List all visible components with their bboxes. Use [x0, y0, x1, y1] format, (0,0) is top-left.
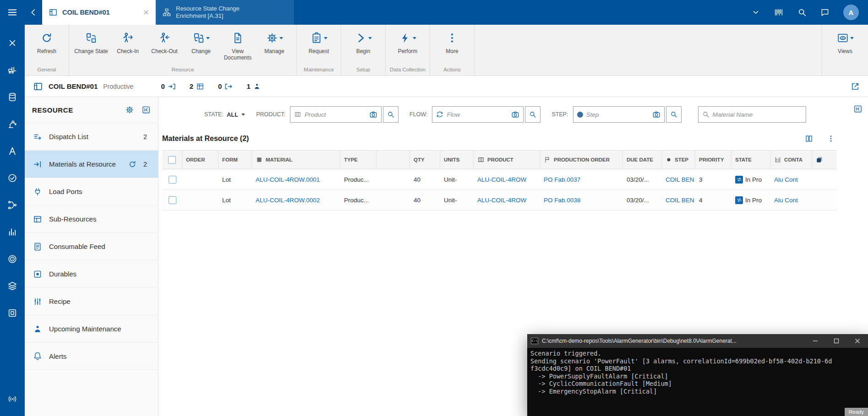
sidebar-item-upcoming-maintenance[interactable]: Upcoming Maintenance	[25, 315, 158, 342]
change-button[interactable]: Change	[183, 25, 219, 65]
flow-filter-input[interactable]	[447, 111, 508, 118]
column-header-type[interactable]: TYPE	[340, 151, 377, 169]
state-filter-dropdown[interactable]: STATE: ALL	[204, 111, 245, 118]
request-button[interactable]: Request	[300, 25, 337, 65]
rail-item-10[interactable]	[0, 272, 25, 299]
step-filter-input[interactable]	[586, 111, 649, 118]
expand-right-panel-button[interactable]	[853, 104, 863, 113]
flow-scan-button[interactable]	[511, 110, 519, 119]
table-row[interactable]: Lot ALU-COIL-4ROW.0001 Produc... 40 Unit…	[162, 169, 837, 190]
column-header-units[interactable]: UNITS	[440, 151, 474, 169]
rail-item-4[interactable]	[0, 110, 25, 137]
count-checked-out[interactable]: 0	[218, 82, 233, 91]
column-header-due-date[interactable]: DUE DATE	[623, 151, 662, 169]
row-checkbox[interactable]	[162, 169, 182, 189]
sidebar-item-consumable-feed[interactable]: Consumable Feed	[25, 232, 158, 260]
manage-button[interactable]: Manage	[256, 25, 293, 65]
panel-collapse-button[interactable]	[142, 105, 151, 114]
product-search-button[interactable]	[383, 106, 399, 123]
check-out-button[interactable]: Check-Out	[146, 25, 183, 65]
rail-item-5[interactable]	[0, 137, 25, 164]
column-header-state[interactable]: STATE	[732, 151, 770, 169]
user-avatar[interactable]: A	[843, 5, 859, 20]
back-button[interactable]	[25, 0, 42, 25]
console-titlebar[interactable]: C:\ C:\cmf\cm-demo-repos\Tools\AlarmGene…	[527, 334, 868, 348]
rail-item-8[interactable]	[0, 218, 25, 245]
flow-search-button[interactable]	[525, 106, 540, 123]
rail-item-6[interactable]	[0, 164, 25, 191]
sidebar-item-durables[interactable]: Durables	[25, 260, 158, 287]
column-header-order[interactable]: ORDER	[182, 151, 218, 169]
rail-item-2[interactable]	[0, 56, 25, 83]
check-in-button[interactable]: Check-In	[109, 25, 146, 65]
tab-coil-bend[interactable]: COIL BEND#01	[42, 0, 156, 25]
rail-item-11[interactable]	[0, 299, 25, 326]
column-header-step[interactable]: STEP	[662, 151, 695, 169]
column-header-containers[interactable]	[812, 151, 837, 169]
step-link[interactable]: COIL BEN	[666, 197, 694, 204]
grid-more-button[interactable]	[827, 135, 835, 143]
global-search-button[interactable]	[797, 8, 807, 17]
messages-button[interactable]	[820, 8, 830, 17]
count-operators[interactable]: 1	[246, 82, 260, 90]
refresh-button[interactable]: Refresh	[28, 25, 65, 65]
column-header-form[interactable]: FORM	[218, 151, 252, 169]
open-in-new-button[interactable]	[851, 82, 860, 91]
perform-button[interactable]: Perform	[389, 25, 426, 65]
step-search-button[interactable]	[666, 106, 682, 123]
sidebar-item-materials-at-resource[interactable]: Materials at Resource 2	[25, 150, 158, 178]
material-link[interactable]: ALU-COIL-4ROW.0001	[256, 176, 320, 183]
row-checkbox[interactable]	[162, 190, 182, 210]
tabs-dropdown-button[interactable]	[752, 8, 760, 16]
panel-settings-button[interactable]	[125, 105, 134, 114]
step-scan-button[interactable]	[652, 110, 661, 119]
maximize-button[interactable]	[826, 334, 847, 348]
container-link[interactable]: Alu Cont	[774, 176, 798, 183]
column-header-container[interactable]: CONTA	[770, 151, 812, 169]
sidebar-item-alerts[interactable]: Alerts	[25, 342, 158, 370]
close-tab-button[interactable]	[143, 9, 149, 16]
material-name-input[interactable]	[713, 111, 802, 118]
column-header-product[interactable]: PRODUCT	[474, 151, 540, 169]
refresh-list-button[interactable]	[128, 160, 136, 168]
container-link[interactable]: Alu Cont	[774, 197, 798, 204]
production-order-link[interactable]: PO Fab.0037	[544, 176, 580, 183]
production-order-link[interactable]: PO Fab.0038	[544, 197, 580, 204]
alarm-broadcast-button[interactable]	[0, 387, 25, 411]
product-scan-button[interactable]	[369, 110, 377, 119]
minimize-button[interactable]	[805, 334, 826, 348]
begin-button[interactable]: Begin	[345, 25, 382, 65]
step-link[interactable]: COIL BEN	[666, 176, 694, 183]
column-header-material[interactable]: MATERIAL	[252, 151, 340, 169]
product-link[interactable]: ALU-COIL-4ROW	[477, 176, 526, 183]
more-button[interactable]: More	[434, 25, 470, 65]
material-link[interactable]: ALU-COIL-4ROW.0002	[256, 197, 320, 204]
rail-item-9[interactable]	[0, 245, 25, 272]
rail-item-1[interactable]	[0, 29, 25, 56]
tab-resource-state-change[interactable]: Resource State Change Enrichment [A.31]	[156, 0, 294, 25]
view-documents-button[interactable]: View Documents	[219, 25, 256, 65]
column-header-qty[interactable]: QTY	[410, 151, 440, 169]
views-button[interactable]: Views	[827, 25, 863, 65]
sidebar-item-dispatch-list[interactable]: Dispatch List 2	[25, 123, 158, 150]
rail-item-3[interactable]	[0, 83, 25, 110]
close-button[interactable]	[847, 334, 868, 348]
scan-button[interactable]	[774, 7, 784, 17]
alarm-generator-console[interactable]: C:\ C:\cmf\cm-demo-repos\Tools\AlarmGene…	[527, 334, 868, 416]
rail-item-7[interactable]	[0, 191, 25, 218]
table-row[interactable]: Lot ALU-COIL-4ROW.0002 Produc... 40 Unit…	[162, 190, 837, 211]
sidebar-item-sub-resources[interactable]: Sub-Resources	[25, 205, 158, 232]
select-all-checkbox[interactable]	[162, 151, 182, 169]
sidebar-item-load-ports[interactable]: Load Ports	[25, 178, 158, 205]
console-output[interactable]: Scenario triggered. Sending scenario 'Po…	[527, 348, 868, 416]
column-header-priority[interactable]: PRIORITY	[695, 151, 732, 169]
count-materials[interactable]: 2	[190, 82, 204, 91]
product-link[interactable]: ALU-COIL-4ROW	[477, 197, 526, 204]
change-state-button[interactable]: Change State	[73, 25, 109, 65]
count-checked-in[interactable]: 0	[161, 82, 175, 91]
column-header-production-order[interactable]: PRODUCTION ORDER	[540, 151, 623, 169]
product-filter-input[interactable]	[305, 111, 366, 118]
main-menu-button[interactable]	[0, 0, 25, 25]
column-settings-button[interactable]	[805, 135, 813, 143]
sidebar-item-recipe[interactable]: Recipe	[25, 287, 158, 315]
